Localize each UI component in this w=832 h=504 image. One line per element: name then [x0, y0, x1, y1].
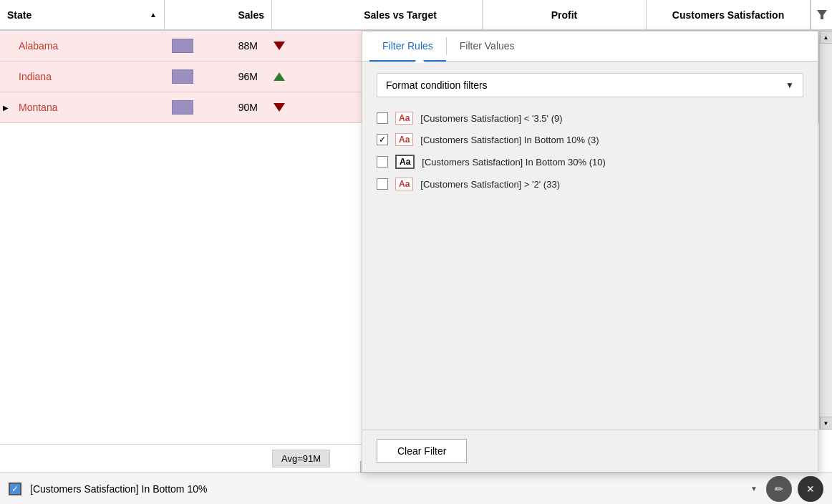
cell-sales-val: 90M	[200, 102, 265, 113]
filter-rules-list: Aa [Customers Satisfaction] < '3.5' (9) …	[377, 112, 803, 190]
col-sales-target[interactable]: Sales vs Target	[319, 0, 483, 29]
filter-panel-footer: Clear Filter	[362, 430, 818, 472]
filter-rule-item: Aa [Customers Satisfaction] In Bottom 30…	[377, 155, 803, 169]
scroll-track	[820, 44, 833, 417]
cell-arrow-down2	[265, 103, 294, 112]
rule-badge-2: Aa	[395, 133, 413, 146]
state-col-label: State	[7, 9, 32, 21]
filter-rule-item: Aa [Customers Satisfaction] > '2' (33)	[377, 178, 803, 190]
col-header-sales[interactable]: Sales	[165, 0, 272, 29]
down-arrow-icon	[274, 42, 285, 50]
filter-rule-item: Aa [Customers Satisfaction] < '3.5' (9)	[377, 112, 803, 125]
bar-box	[172, 100, 193, 115]
checkmark-icon: ✓	[379, 135, 386, 145]
rule-checkbox-4[interactable]	[377, 178, 388, 190]
rule-checkbox-3[interactable]	[377, 156, 388, 168]
close-icon: ✕	[806, 483, 815, 495]
svg-marker-0	[817, 10, 827, 19]
footer-actions: ✏ ✕	[766, 476, 823, 502]
rule-text-2: [Customers Satisfaction] In Bottom 10% (…	[420, 135, 599, 145]
rule-text-4: [Customers Satisfaction] > '2' (33)	[420, 179, 560, 190]
tab-filter-values[interactable]: Filter Values	[447, 32, 528, 62]
cell-sales-val: 88M	[200, 40, 265, 52]
filter-panel: Filter Rules Filter Values Format condit…	[362, 31, 818, 472]
rule-badge-3: Aa	[395, 155, 415, 169]
cell-sales-bar	[165, 39, 200, 53]
tab-filter-rules[interactable]: Filter Rules	[369, 32, 446, 62]
col-header-state[interactable]: State ▲	[0, 0, 165, 29]
dropdown-value: Format condition filters	[386, 79, 488, 91]
sort-asc-icon: ▲	[150, 11, 157, 19]
avg-value: Avg=91M	[272, 450, 330, 467]
filter-body: Format condition filters ▼ Aa [Customers…	[362, 62, 818, 430]
cell-state: Alabama	[11, 40, 165, 52]
scroll-down-btn[interactable]: ▼	[820, 417, 833, 430]
down-arrow-icon	[274, 103, 285, 112]
cell-arrow-down	[265, 42, 294, 50]
footer-dropdown-icon[interactable]: ▼	[750, 485, 758, 493]
filter-icon	[817, 10, 827, 20]
extended-header: Sales vs Target Profit Customers Satisfa…	[319, 0, 832, 31]
clear-filter-button[interactable]: Clear Filter	[377, 439, 467, 463]
edit-icon: ✏	[775, 483, 783, 495]
col-customers-satisfaction[interactable]: Customers Satisfaction	[647, 0, 811, 29]
cell-sales-bar	[165, 69, 200, 84]
rule-badge-4: Aa	[395, 178, 413, 190]
edit-filter-button[interactable]: ✏	[766, 476, 792, 502]
rule-text-1: [Customers Satisfaction] < '3.5' (9)	[420, 113, 562, 124]
footer-checkbox[interactable]: ✓	[9, 483, 21, 495]
filter-icon-cell[interactable]	[811, 0, 832, 29]
cell-sales-val: 96M	[200, 71, 265, 82]
scrollbar-right[interactable]: ▲ ▼	[819, 31, 832, 430]
format-condition-dropdown[interactable]: Format condition filters ▼	[377, 73, 803, 97]
footer-filter-text: [Customers Satisfaction] In Bottom 10%	[30, 483, 742, 495]
footer-checkmark-icon: ✓	[11, 484, 19, 494]
rule-checkbox-1[interactable]	[377, 112, 388, 124]
rule-text-3: [Customers Satisfaction] In Bottom 30% (…	[422, 157, 606, 168]
chevron-down-icon: ▼	[785, 80, 794, 90]
bar-box	[172, 39, 193, 53]
cell-arrow-up	[265, 72, 294, 81]
avg-row: Avg=91M	[0, 444, 365, 472]
close-filter-button[interactable]: ✕	[798, 476, 823, 502]
up-arrow-icon	[274, 72, 285, 81]
sales-col-label: Sales	[238, 9, 264, 21]
filter-tabs: Filter Rules Filter Values	[362, 32, 818, 62]
row-selected-indicator: ▶	[0, 104, 11, 112]
footer-bar: ✓ [Customers Satisfaction] In Bottom 10%…	[0, 472, 832, 504]
rule-checkbox-2[interactable]: ✓	[377, 134, 388, 145]
rule-badge-1: Aa	[395, 112, 413, 125]
cell-sales-bar	[165, 100, 200, 115]
cell-state: Indiana	[11, 71, 165, 82]
filter-rule-item: ✓ Aa [Customers Satisfaction] In Bottom …	[377, 133, 803, 146]
scroll-up-btn[interactable]: ▲	[820, 31, 833, 44]
col-profit[interactable]: Profit	[483, 0, 647, 29]
panel-caret	[414, 56, 425, 63]
bar-box	[172, 69, 193, 84]
cell-state: Montana	[11, 102, 165, 113]
